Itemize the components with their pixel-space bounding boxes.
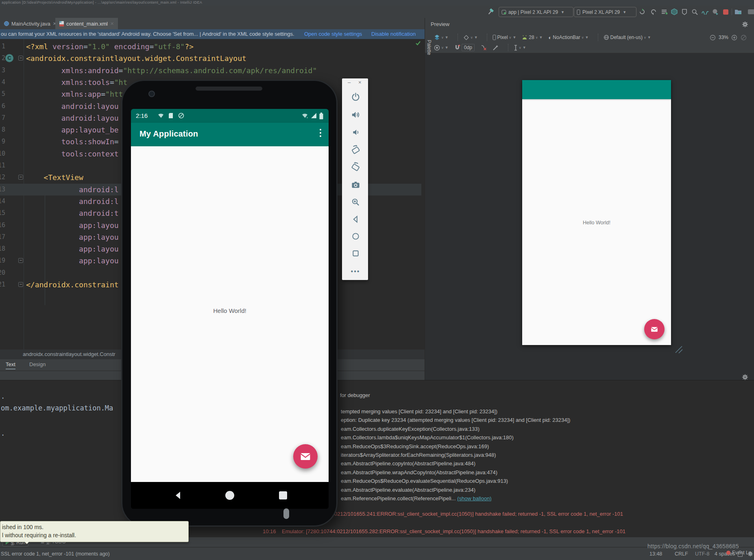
- emulator-screen[interactable]: 2:16 x My Application Hello World!: [131, 109, 329, 509]
- resize-handle[interactable]: [672, 343, 683, 354]
- chevron-down-icon: ▼: [561, 10, 564, 14]
- phone-port: [283, 508, 289, 519]
- overflow-menu-icon[interactable]: [320, 129, 321, 139]
- clear-constraints-icon[interactable]: [480, 44, 487, 51]
- code-line[interactable]: 2C−<androidx.constraintlayout.widget.Con…: [0, 52, 425, 64]
- emulator-window[interactable]: 2:16 x My Application Hello World!: [121, 80, 338, 527]
- stop-icon[interactable]: [721, 8, 730, 16]
- inspection-ok-icon[interactable]: [415, 40, 421, 46]
- rotate-left-icon[interactable]: [350, 144, 361, 154]
- signal-icon: [311, 113, 317, 119]
- volume-down-icon[interactable]: [350, 127, 361, 137]
- settings-partial-icon[interactable]: [747, 8, 754, 16]
- open-code-style-settings-link[interactable]: Open code style settings: [304, 31, 362, 37]
- hammer-icon[interactable]: [486, 8, 495, 16]
- nav-home-icon[interactable]: [225, 491, 234, 500]
- console-stack-line: iterators$ArraySpliterator.forEachRemain…: [341, 452, 496, 458]
- zoom-in-icon[interactable]: [731, 35, 737, 41]
- zoom-fit-icon[interactable]: [741, 35, 747, 41]
- preview-panel: Preview ∨▼ ∨▼ Pixel ∨▼ 28: [425, 18, 754, 380]
- design-surface-dropdown[interactable]: ∨▼: [434, 34, 449, 41]
- cursor-position[interactable]: 13:48: [649, 551, 662, 557]
- run-config-dropdown[interactable]: app | Pixel 2 XL API 29 ▼: [499, 7, 573, 17]
- rotate-right-icon[interactable]: [350, 161, 361, 171]
- line-number: 9: [0, 136, 5, 148]
- email-fab[interactable]: [293, 444, 318, 469]
- api-level-dropdown[interactable]: 28 ∨▼: [522, 35, 543, 40]
- tab-content-main[interactable]: content_main.xml ✕: [55, 18, 118, 29]
- close-icon[interactable]: ×: [358, 79, 362, 85]
- preview-fab[interactable]: [644, 319, 665, 339]
- coverage-icon[interactable]: [680, 8, 689, 16]
- sync-icon[interactable]: [638, 8, 646, 16]
- visibility-icon: [434, 45, 440, 51]
- power-icon[interactable]: [350, 91, 361, 102]
- preview-hello-text[interactable]: Hello World!: [522, 220, 671, 226]
- back-icon[interactable]: [350, 214, 361, 224]
- device-dropdown[interactable]: Pixel 2 XL API 29 ▼: [574, 7, 636, 17]
- profiler-hex-icon[interactable]: [670, 8, 678, 16]
- status-message[interactable]: SSL error code 1, net_error -101 (moment…: [1, 551, 110, 557]
- locale-dropdown[interactable]: Default (en-us) ∨▼: [604, 35, 651, 40]
- editor-notification-banner: ou can format your XML resources in the …: [0, 29, 425, 39]
- visibility-dropdown[interactable]: ∨▼: [434, 45, 449, 51]
- show-balloon-link[interactable]: (show balloon): [457, 495, 492, 501]
- autoconnect-group[interactable]: 0dp: [454, 44, 475, 51]
- more-icon[interactable]: •••: [350, 266, 361, 277]
- zoom-out-icon[interactable]: [710, 35, 716, 41]
- breadcrumb-item[interactable]: androidx.constraintlayout.widget.Constr: [23, 351, 115, 357]
- gear-icon[interactable]: [742, 21, 748, 28]
- fold-marker-icon[interactable]: −: [18, 56, 23, 61]
- line-separator-widget[interactable]: CRLF: [675, 551, 688, 557]
- project-structure-icon[interactable]: [734, 8, 742, 16]
- home-icon[interactable]: [350, 231, 361, 241]
- line-number: 3: [0, 65, 5, 76]
- fold-marker-icon[interactable]: −: [18, 258, 23, 263]
- fold-marker-icon[interactable]: −: [18, 282, 23, 287]
- palette-stripe[interactable]: Palette: [425, 34, 433, 83]
- close-icon[interactable]: ✕: [110, 21, 114, 26]
- tab-mainactivity[interactable]: MainActivity.java ✕: [0, 18, 61, 29]
- event-log-widget[interactable]: Event Lo: [726, 550, 751, 556]
- threads-icon[interactable]: [660, 8, 669, 16]
- overview-icon[interactable]: [350, 248, 361, 258]
- fold-marker-icon[interactable]: −: [18, 175, 23, 180]
- wifi-icon: [158, 113, 165, 119]
- android-appbar: My Application: [131, 123, 329, 146]
- volume-up-icon[interactable]: [350, 109, 361, 120]
- attach-debugger-icon[interactable]: [649, 8, 658, 16]
- line-number: 16: [0, 219, 5, 231]
- minimize-icon[interactable]: –: [348, 79, 351, 85]
- api-level-label: 28: [529, 35, 534, 40]
- profile-wave-icon[interactable]: [701, 8, 709, 16]
- preview-appbar[interactable]: [522, 80, 671, 99]
- line-number: 18: [0, 243, 5, 255]
- class-gutter-icon[interactable]: C: [5, 54, 13, 62]
- nav-back-icon[interactable]: [173, 491, 183, 500]
- code-text: android:t: [26, 207, 119, 219]
- preview-device-dropdown[interactable]: Pixel ∨▼: [492, 35, 516, 40]
- line-number: 14: [0, 195, 5, 207]
- gradle-sync-icon[interactable]: [711, 8, 719, 16]
- orientation-dropdown[interactable]: ∨▼: [463, 35, 478, 41]
- gear-icon[interactable]: [742, 374, 748, 380]
- default-margin-field[interactable]: 0dp: [462, 44, 475, 51]
- preview-screen[interactable]: Hello World!: [522, 80, 671, 345]
- nav-overview-icon[interactable]: [279, 491, 287, 499]
- infer-constraints-icon[interactable]: [492, 44, 499, 51]
- camera-icon[interactable]: [350, 180, 361, 190]
- cursor-mode-dropdown[interactable]: ∨▼: [514, 45, 526, 51]
- inspect-icon[interactable]: [691, 8, 699, 16]
- encoding-widget[interactable]: UTF-8: [695, 551, 709, 557]
- tab-design[interactable]: Design: [29, 361, 46, 367]
- console-line: om.example.myapplication.Ma: [1, 404, 113, 412]
- code-text: android:l: [26, 184, 119, 195]
- zoom-icon[interactable]: [350, 197, 361, 207]
- code-line[interactable]: 1<?xml version="1.0" encoding="utf-8"?>: [0, 41, 425, 52]
- theme-dropdown[interactable]: ◐ NoActionBar ∨▼: [549, 35, 589, 41]
- code-line[interactable]: 3 xmlns:android="http://schemas.android.…: [0, 65, 425, 76]
- app-content[interactable]: Hello World!: [131, 146, 329, 482]
- tab-label: MainActivity.java: [11, 21, 50, 27]
- tab-text[interactable]: Text: [6, 361, 15, 369]
- disable-notification-link[interactable]: Disable notification: [371, 31, 416, 37]
